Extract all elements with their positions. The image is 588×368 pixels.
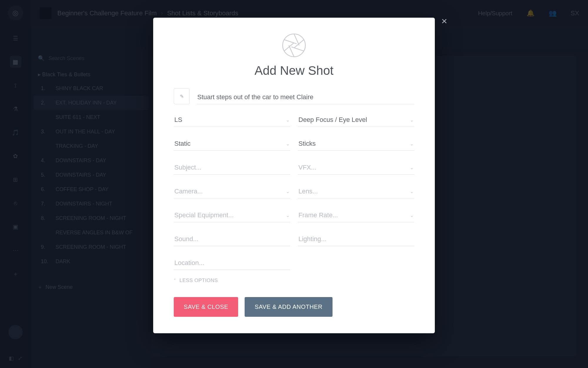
special-equipment-placeholder: Special Equipment... [174, 211, 234, 219]
frame-rate-placeholder: Frame Rate... [298, 211, 338, 219]
location-placeholder: Location... [174, 259, 204, 266]
shot-movement-select[interactable]: Static ⌄ [174, 137, 290, 151]
special-equipment-select[interactable]: Special Equipment... ⌄ [174, 208, 290, 222]
chevron-down-icon: ⌄ [410, 213, 414, 218]
shot-support-value: Sticks [298, 140, 316, 147]
subject-placeholder: Subject... [174, 164, 201, 171]
vfx-placeholder: VFX... [298, 164, 316, 171]
save-close-button[interactable]: SAVE & CLOSE [174, 297, 238, 317]
edit-description-button[interactable]: ✎ [174, 88, 190, 104]
lens-select[interactable]: Lens... ⌄ [298, 185, 414, 198]
chevron-down-icon: ⌄ [286, 117, 290, 123]
shot-description-input[interactable] [197, 90, 414, 104]
shot-support-select[interactable]: Sticks ⌄ [298, 137, 414, 151]
aperture-icon [281, 32, 307, 58]
lighting-input[interactable]: Lighting... [298, 232, 414, 246]
sound-placeholder: Sound... [174, 235, 198, 243]
pencil-icon: ✎ [180, 94, 184, 99]
camera-placeholder: Camera... [174, 188, 203, 195]
frame-rate-select[interactable]: Frame Rate... ⌄ [298, 208, 414, 222]
vfx-select[interactable]: VFX... ⌄ [298, 161, 414, 175]
lens-placeholder: Lens... [298, 188, 318, 195]
chevron-down-icon: ⌄ [410, 141, 414, 147]
modal-wrap: × Add New Shot ✎ LS ⌄ Deep Focus / Eye L… [0, 0, 588, 368]
chevron-down-icon: ⌄ [410, 117, 414, 123]
shot-size-select[interactable]: LS ⌄ [174, 113, 290, 127]
shot-movement-value: Static [174, 140, 191, 147]
less-options-toggle[interactable]: ˄ LESS OPTIONS [174, 278, 414, 284]
chevron-down-icon: ⌄ [410, 165, 414, 170]
chevron-down-icon: ⌄ [286, 213, 290, 218]
save-add-another-button[interactable]: SAVE & ADD ANOTHER [245, 297, 333, 317]
shot-angle-value: Deep Focus / Eye Level [298, 116, 367, 123]
sound-input[interactable]: Sound... [174, 232, 290, 246]
chevron-down-icon: ⌄ [286, 141, 290, 147]
chevron-down-icon: ⌄ [286, 189, 290, 194]
location-input[interactable]: Location... [174, 256, 290, 270]
svg-point-0 [283, 34, 305, 57]
less-options-label: LESS OPTIONS [180, 278, 218, 284]
modal-title: Add New Shot [255, 64, 334, 78]
subject-input[interactable]: Subject... [174, 161, 290, 175]
lighting-placeholder: Lighting... [298, 235, 326, 243]
shot-size-value: LS [174, 116, 182, 123]
add-shot-modal: × Add New Shot ✎ LS ⌄ Deep Focus / Eye L… [153, 18, 435, 333]
chevron-up-icon: ˄ [174, 278, 176, 283]
close-icon[interactable]: × [441, 16, 447, 26]
shot-angle-select[interactable]: Deep Focus / Eye Level ⌄ [298, 113, 414, 127]
chevron-down-icon: ⌄ [410, 189, 414, 194]
camera-select[interactable]: Camera... ⌄ [174, 185, 290, 198]
